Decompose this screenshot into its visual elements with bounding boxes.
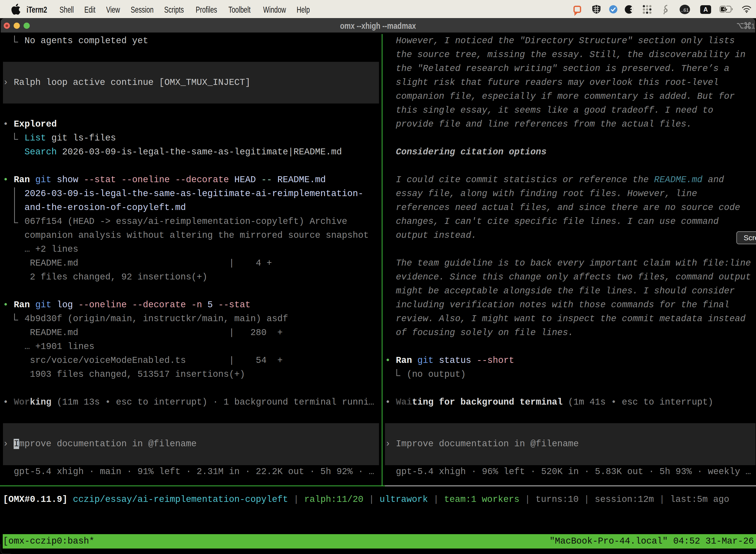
svg-text:1: 1 (751, 22, 755, 29)
